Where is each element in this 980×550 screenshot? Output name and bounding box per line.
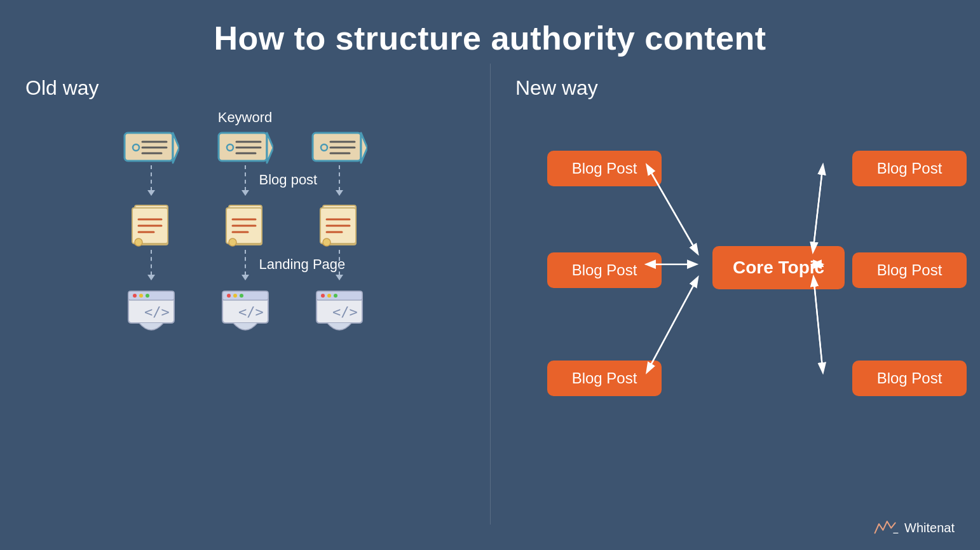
blog-post-mid-right: Blog Post [852, 252, 967, 288]
svg-point-28 [229, 238, 236, 246]
svg-line-56 [647, 278, 697, 371]
svg-line-61 [813, 277, 823, 371]
blog-post-top-left: Blog Post [547, 151, 662, 186]
landing-icon-2: </> [221, 285, 270, 337]
arrow-2-to-landing [242, 250, 249, 285]
arrow-2-to-blog [242, 165, 249, 200]
content-area: Old way Keyword [0, 57, 980, 544]
svg-point-30 [227, 294, 231, 298]
svg-point-31 [233, 294, 237, 298]
scroll-icon-3 [318, 200, 361, 250]
landing-page-label: Landing Page [259, 256, 346, 273]
tag-icon-1 [123, 130, 179, 165]
svg-point-32 [240, 294, 243, 298]
logo-wave-icon [874, 518, 899, 537]
page-title: How to structure authority content [0, 0, 980, 57]
blog-post-mid-left: Blog Post [547, 252, 662, 288]
landing-icon-3: </> [315, 285, 364, 337]
svg-marker-18 [267, 133, 273, 163]
logo-text: Whitenat [904, 521, 955, 535]
svg-marker-35 [361, 133, 367, 163]
new-way-diagram: Core Topic Blog Post Blog Post Blog Post… [515, 113, 955, 462]
svg-point-14 [139, 294, 143, 298]
old-way-section: Old way Keyword [0, 57, 490, 544]
svg-point-48 [327, 294, 331, 298]
svg-text:</>: </> [332, 304, 358, 320]
landing-icon-1: </> [126, 285, 176, 337]
blog-post-top-right: Blog Post [852, 151, 967, 186]
svg-point-45 [323, 238, 330, 246]
blog-post-bot-right: Blog Post [852, 361, 967, 396]
arrow-1-to-blog [147, 165, 155, 200]
svg-line-57 [647, 278, 697, 371]
col-2: Blog post [217, 130, 273, 337]
svg-line-58 [813, 165, 822, 251]
svg-point-11 [135, 238, 142, 246]
logo-area: Whitenat [874, 518, 955, 537]
arrow-1-to-landing [147, 250, 155, 285]
svg-marker-1 [173, 133, 179, 163]
blog-post-label: Blog post [259, 172, 318, 188]
arrow-3-to-landing [336, 250, 343, 285]
svg-line-59 [813, 165, 822, 251]
tag-icon-2 [217, 130, 273, 165]
svg-point-13 [133, 294, 137, 298]
tag-icon-3 [311, 130, 367, 165]
col-1: </> [123, 130, 179, 337]
scroll-icon-2 [224, 200, 267, 250]
core-topic-node: Core Topic [712, 246, 845, 289]
arrow-3-to-blog [336, 165, 343, 200]
keyword-label: Keyword [218, 109, 273, 126]
new-way-section: New way Core Topic Blog Post Blog Post B… [490, 57, 980, 544]
svg-text:</>: </> [238, 304, 264, 320]
new-way-label: New way [515, 76, 955, 100]
scroll-icon-1 [130, 200, 173, 250]
col-3: </> [311, 130, 367, 337]
blog-post-bot-left: Blog Post [547, 361, 662, 396]
svg-line-62 [813, 277, 823, 371]
old-diagram: Keyword [25, 113, 465, 337]
old-way-label: Old way [25, 76, 465, 100]
svg-point-47 [321, 294, 325, 298]
svg-point-15 [146, 294, 149, 298]
svg-point-49 [334, 294, 337, 298]
svg-text:</>: </> [144, 304, 170, 320]
